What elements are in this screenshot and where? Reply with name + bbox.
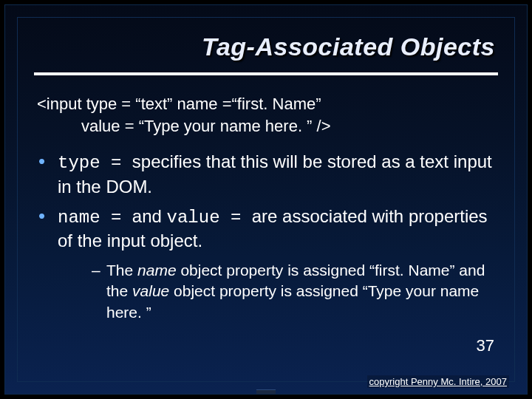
sub-list: The name object property is assigned “fi…: [58, 253, 494, 323]
sub-bullet-1: The name object property is assigned “fi…: [92, 260, 494, 323]
sub-italic-1: name: [137, 262, 177, 279]
slide-number: 37: [477, 336, 494, 355]
bottom-notch: [256, 389, 276, 394]
sub-italic-2: value: [132, 282, 169, 299]
slide: Tag-Associated Objects <input type = “te…: [4, 4, 528, 395]
code-line-1: <input type = “text” name =“first. Name”: [37, 93, 498, 115]
sub-t1: The: [106, 262, 137, 279]
title-underline: [34, 72, 498, 75]
slide-inner: Tag-Associated Objects <input type = “te…: [17, 17, 515, 382]
bullet-2-mid: and: [132, 206, 167, 226]
bullet-1: type = specifies that this will be store…: [38, 150, 494, 198]
title-row: Tag-Associated Objects: [34, 28, 498, 75]
bullet-2-keyword-2: value =: [167, 208, 252, 228]
bullet-1-keyword: type =: [58, 153, 132, 173]
code-line-2: value = “Type your name here. ” />: [37, 115, 498, 137]
bullet-2: name = and value = are associated with p…: [38, 205, 494, 323]
copyright-text: copyright Penny Mc. Intire, 2007: [367, 375, 509, 388]
slide-title: Tag-Associated Objects: [202, 33, 495, 61]
bullet-list: type = specifies that this will be store…: [34, 147, 498, 323]
code-block: <input type = “text” name =“first. Name”…: [34, 83, 498, 147]
bullet-2-keyword-1: name =: [58, 208, 132, 228]
